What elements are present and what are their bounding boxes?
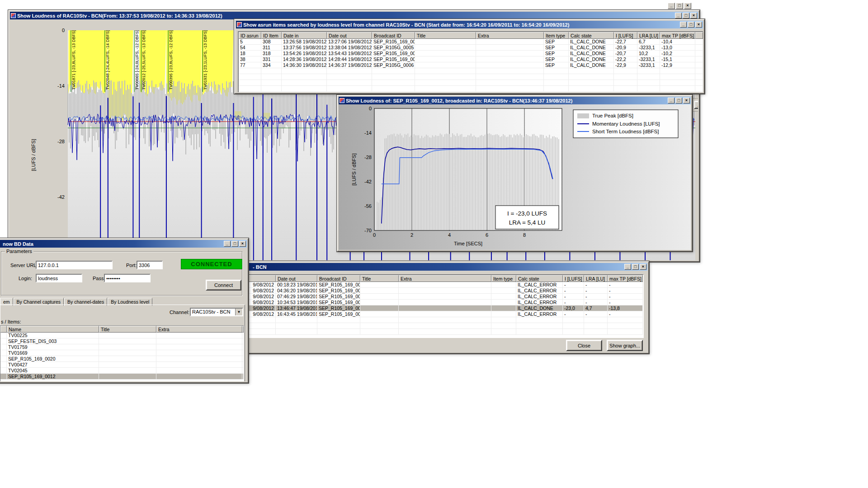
show-graph-button[interactable]: Show graph... [607, 340, 643, 351]
column-header[interactable]: LRA [LU] [637, 32, 660, 39]
y-axis-label: [LUFS / dBFS] [31, 139, 36, 171]
close-button[interactable]: × [683, 98, 690, 103]
column-header[interactable]: Date out [327, 32, 372, 39]
app-close-button[interactable]: × [684, 3, 691, 9]
table-row[interactable]: SEP_R105_169_0020 [0, 356, 244, 362]
column-header[interactable]: max TP [dBFS] [660, 32, 695, 39]
chevron-down-icon[interactable]: ▼ [235, 309, 242, 315]
table-row[interactable]: 5431113:37:56 19/08/201213:38:04 19/08/2… [239, 45, 703, 51]
titlebar[interactable]: Show Loudness of RAC10Stv - BCN(From: 13… [10, 12, 698, 19]
table-row[interactable]: TV02045 [0, 368, 244, 374]
password-input[interactable] [104, 274, 151, 282]
svg-text:0: 0 [62, 28, 65, 33]
minimize-button[interactable]: _ [624, 264, 631, 270]
server-url-input[interactable] [36, 261, 113, 269]
column-header[interactable]: Broadcast ID [372, 32, 415, 39]
maximize-button[interactable]: □ [231, 241, 238, 247]
column-header[interactable]: Calc state [516, 275, 563, 282]
titlebar[interactable]: Show asrun items searched by loudness le… [236, 21, 703, 28]
column-header[interactable]: I [LUFS] [614, 32, 637, 39]
table-row[interactable]: 7733414:36:30 19/08/201214:36:37 19/08/2… [239, 62, 703, 68]
column-header[interactable]: Item type [491, 275, 516, 282]
column-header-filler [242, 326, 244, 333]
table-row[interactable]: 1831813:54:26 19/08/201213:54:43 19/08/2… [239, 51, 703, 56]
column-header[interactable]: Broadcast ID [317, 275, 360, 282]
login-label: Login: [19, 276, 32, 281]
channel-combobox[interactable]: RAC10Stv - BCN ▼ [190, 308, 243, 316]
window-item-loudness: Show Loudness of: SEP_R105_169_0012, bro… [337, 95, 693, 252]
column-header[interactable]: Name [7, 326, 99, 333]
item-results-table[interactable]: Date outBroadcast IDTitleExtraItem typeC… [238, 274, 644, 338]
minimize-button[interactable]: _ [680, 22, 687, 28]
table-row[interactable]: 9/08/201207:46:29 19/08/2012SEP_R105_169… [239, 294, 643, 300]
minimize-button[interactable]: _ [224, 241, 231, 247]
close-button[interactable]: × [640, 264, 646, 270]
table-row[interactable]: 3833114:28:36 19/08/201214:28:44 19/08/2… [239, 56, 703, 62]
close-dialog-button[interactable]: Close [566, 340, 602, 351]
asrun-items-table[interactable]: ID asrunID ItemDate inDate outBroadcast … [238, 31, 703, 92]
table-row[interactable]: 9/08/201216:43:45 19/08/2012SEP_R105_169… [239, 311, 643, 317]
table-row[interactable]: TV01759 [0, 344, 244, 350]
channel-items-table[interactable]: NameTitleExtraTV00225SEP_FESTE_DIS_003TV… [0, 325, 244, 381]
maximize-button[interactable]: □ [688, 22, 694, 28]
close-button[interactable]: × [695, 22, 702, 28]
app-minimize-button[interactable]: _ [668, 3, 675, 9]
minimize-button[interactable]: _ [675, 13, 682, 19]
program-marker-label: TV01871 [-23,8LUFS, -13 DBFS] [71, 30, 76, 90]
table-row[interactable]: 9/08/201204:36:20 19/08/2012SEP_R105_169… [239, 288, 643, 294]
titlebar[interactable]: - BCN _ □ × [237, 263, 647, 271]
channel-label: Channel: [170, 310, 189, 315]
column-header[interactable]: Item type [544, 32, 569, 39]
column-header[interactable]: Date in [282, 32, 327, 39]
login-input[interactable] [36, 274, 82, 282]
close-button[interactable]: × [239, 241, 246, 247]
svg-text:0: 0 [373, 232, 376, 238]
table-row[interactable]: TV00225 [0, 333, 244, 338]
column-header[interactable]: Title [360, 275, 399, 282]
column-header[interactable]: Extra [399, 275, 491, 282]
port-input[interactable] [137, 261, 163, 269]
maximize-button[interactable]: □ [675, 98, 682, 103]
table-row-empty [239, 329, 643, 335]
titlebar[interactable]: Show Loudness of: SEP_R105_169_0012, bro… [339, 97, 691, 104]
table-row[interactable]: 9/08/201213:46:47 19/08/2012SEP_R105_169… [239, 305, 643, 311]
window-title: - BCN [238, 264, 623, 270]
y-axis-label: [LUFS / dBFS] [351, 154, 357, 186]
column-header[interactable]: Title [99, 326, 156, 333]
connect-button[interactable]: Connect [206, 280, 241, 291]
column-header[interactable]: max TP [dBFS] [608, 275, 643, 282]
column-header[interactable]: Calc state [569, 32, 614, 39]
ellipsis-button[interactable]: ... [694, 101, 698, 109]
column-header[interactable] [0, 326, 7, 333]
svg-text:-28: -28 [57, 139, 65, 144]
table-row[interactable]: 530813:26:58 19/08/201213:27:06 19/08/20… [239, 39, 703, 45]
column-header[interactable]: Extra [476, 32, 544, 39]
table-row[interactable]: SEP_R105_169_0012 [0, 374, 244, 380]
titlebar[interactable]: now BD Data _ □ × [0, 240, 247, 248]
program-marker-label: TV00395 [-23,8LUFS, -12 DBFS] [169, 30, 173, 90]
table-row[interactable]: 9/08/201200:18:23 19/08/2012SEP_R105_169… [239, 282, 643, 288]
table-row[interactable]: SEP_FESTE_DIS_003 [0, 338, 244, 344]
table-row[interactable]: TV01669 [0, 350, 244, 356]
svg-text:I = -23,0 LUFS: I = -23,0 LUFS [507, 210, 547, 217]
maximize-button[interactable]: □ [632, 264, 639, 270]
column-header[interactable]: ID Item [261, 32, 282, 39]
window-item-results: - BCN _ □ × Date outBroadcast IDTitleExt… [235, 261, 649, 354]
maximize-button[interactable]: □ [683, 13, 689, 19]
table-row[interactable]: 9/08/201210:34:53 19/08/2012SEP_R105_169… [239, 300, 643, 305]
column-header[interactable]: I [LUFS] [563, 275, 584, 282]
close-button[interactable]: × [690, 13, 697, 19]
app-restore-button[interactable]: □ [676, 3, 683, 9]
column-header[interactable]: LRA [LU] [584, 275, 608, 282]
column-header[interactable]: Extra [156, 326, 242, 333]
svg-text:Momentary Loudness [LUFS]: Momentary Loudness [LUFS] [592, 121, 660, 127]
column-header[interactable]: Title [415, 32, 476, 39]
window-title: Show Loudness of RAC10Stv - BCN(From: 13… [17, 13, 674, 19]
svg-text:True Peak [dBFS]: True Peak [dBFS] [592, 113, 633, 118]
minimize-button[interactable]: _ [668, 98, 675, 103]
svg-text:4: 4 [448, 232, 451, 238]
column-header[interactable]: ID asrun [239, 32, 261, 39]
column-header[interactable]: Date out [276, 275, 317, 282]
table-row[interactable]: TV00427 [0, 362, 244, 368]
svg-text:-14: -14 [57, 83, 65, 89]
